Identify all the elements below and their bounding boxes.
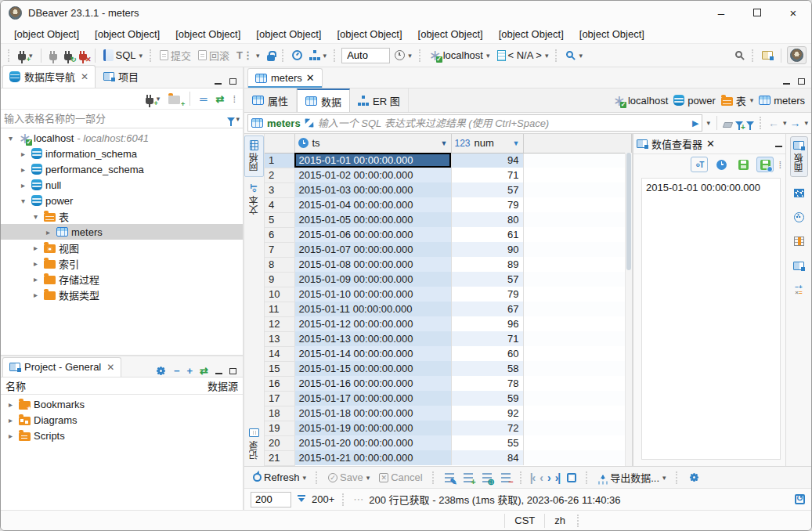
connect-button[interactable] <box>47 49 60 62</box>
tree-item[interactable]: ▾ power <box>1 193 243 208</box>
save-value-as-button[interactable] <box>756 157 774 172</box>
column-header-ts[interactable]: ts ▼ <box>294 134 451 153</box>
tree-chevron-icon[interactable]: ▸ <box>18 181 28 190</box>
num-cell[interactable]: 80 <box>451 212 523 227</box>
commit-button[interactable]: 提交 <box>157 46 193 64</box>
dashboard-button[interactable] <box>290 49 305 62</box>
apply-filter-icon[interactable]: ▶ <box>692 118 698 128</box>
save-value-button[interactable] <box>734 157 752 172</box>
add-filter-icon[interactable] <box>735 121 743 126</box>
transaction-log-button[interactable]: ▾ <box>392 49 414 62</box>
dbeaver-perspective-button[interactable] <box>787 46 807 64</box>
tree-chevron-icon[interactable]: ▾ <box>31 212 41 221</box>
maximize-button[interactable] <box>739 1 775 24</box>
row-number-cell[interactable]: 15 <box>265 361 294 376</box>
project-tree-item[interactable]: ▸ Diagrams <box>1 412 243 428</box>
ts-cell[interactable]: 2015-01-15 00:00:00.000 <box>294 361 451 376</box>
tree-chevron-icon[interactable]: ▸ <box>5 400 16 409</box>
num-cell[interactable]: 57 <box>451 182 523 197</box>
rollback-button[interactable]: 回滚 <box>196 46 232 64</box>
breadcrumb-item[interactable]: localhost ▾ <box>613 95 668 107</box>
ts-cell[interactable]: 2015-01-06 00:00:00.000 <box>294 227 451 242</box>
refresh-button[interactable]: Refresh ▾ <box>251 470 309 485</box>
minimize-panel-icon[interactable] <box>215 373 222 374</box>
tab-record-mode[interactable]: 记录 <box>245 423 263 464</box>
breadcrumb-item[interactable]: meters ▾ <box>759 95 805 107</box>
nav-new-connection-button[interactable]: +▾ <box>143 92 163 106</box>
ts-cell[interactable]: 2015-01-18 00:00:00.000 <box>294 406 451 421</box>
maximize-panel-icon[interactable] <box>229 368 236 374</box>
tree-item[interactable]: ▸ meters <box>1 224 243 240</box>
transaction-mode-button[interactable]: T⋮ ▾ <box>234 48 262 63</box>
first-row-button[interactable]: |‹ <box>530 471 536 484</box>
num-cell[interactable]: 79 <box>451 197 523 212</box>
sort-chevron-icon[interactable]: ▼ <box>441 139 448 147</box>
row-number-cell[interactable]: 13 <box>265 331 294 346</box>
value-viewer-content[interactable]: 2015-01-01 00:00:00.000 <box>641 178 781 460</box>
collapse-icon[interactable]: − <box>174 365 180 377</box>
tab-projects[interactable]: 项目 <box>97 66 145 88</box>
close-icon[interactable]: ✕ <box>106 362 114 373</box>
minimize-panel-icon[interactable] <box>775 146 782 147</box>
num-cell[interactable]: 89 <box>451 257 523 272</box>
row-number-cell[interactable]: 11 <box>265 302 294 316</box>
filter-history-chevron-icon[interactable]: ▾ <box>706 119 710 127</box>
tab-database-navigator[interactable]: 数据库导航 ✕ <box>2 65 96 88</box>
ts-cell[interactable]: 2015-01-02 00:00:00.000 <box>294 168 451 182</box>
menu-item[interactable]: [object Object] <box>411 27 490 42</box>
tab-text-presentation[interactable]: 文本 ‹›T <box>245 180 263 219</box>
ts-cell[interactable]: 2015-01-04 00:00:00.000 <box>294 197 451 212</box>
chevron-down-icon[interactable]: ▾ <box>783 119 787 127</box>
row-number-cell[interactable]: 9 <box>265 272 294 287</box>
breadcrumb-item[interactable]: power ▾ <box>673 95 715 107</box>
link-editor-icon[interactable]: ⇄ <box>200 365 208 377</box>
auto-refresh-icon[interactable] <box>795 494 805 504</box>
tree-chevron-icon[interactable]: ▸ <box>5 432 16 440</box>
menu-item[interactable]: [object Object] <box>572 27 651 42</box>
ts-cell[interactable]: 2015-01-21 00:00:00.000 <box>294 450 451 465</box>
menu-item[interactable]: [object Object] <box>168 27 247 42</box>
forward-arrow-icon[interactable]: → <box>789 117 800 129</box>
num-cell[interactable]: 55 <box>451 435 523 450</box>
duplicate-row-button[interactable]: ⊕ <box>480 471 494 484</box>
eraser-icon[interactable] <box>723 122 734 128</box>
num-cell[interactable]: 71 <box>451 168 523 182</box>
num-cell[interactable]: 72 <box>451 421 523 435</box>
tree-chevron-icon[interactable]: ▸ <box>31 244 41 252</box>
ts-cell[interactable]: 2015-01-11 00:00:00.000 <box>294 302 451 316</box>
tab-properties[interactable]: 属性 <box>244 88 297 112</box>
ts-cell[interactable]: 2015-01-16 00:00:00.000 <box>294 376 451 391</box>
chevron-down-icon[interactable]: ▾ <box>236 115 240 123</box>
tree-chevron-icon[interactable]: ▸ <box>31 275 41 284</box>
vertical-dots-icon[interactable]: ⁞ <box>778 159 781 171</box>
num-cell[interactable]: 67 <box>451 302 523 316</box>
new-connection-button[interactable]: + ▾ <box>16 49 35 62</box>
text-view-button[interactable]: ‹›T <box>691 157 708 172</box>
row-number-cell[interactable]: 6 <box>265 227 294 242</box>
toggle-value-panel-button[interactable] <box>789 257 808 274</box>
gear-icon[interactable] <box>158 368 164 374</box>
sort-chevron-icon[interactable]: ▼ <box>513 139 520 147</box>
row-number-cell[interactable]: 19 <box>265 421 294 435</box>
num-cell[interactable]: 57 <box>451 272 523 287</box>
last-row-button[interactable]: ›| <box>555 471 561 484</box>
tab-er-diagram[interactable]: ER 图 <box>350 88 409 112</box>
tree-chevron-icon[interactable]: ▸ <box>31 259 41 268</box>
sql-filter-input[interactable] <box>318 117 688 129</box>
add-row-button[interactable]: + <box>461 471 475 484</box>
close-icon[interactable]: ✕ <box>706 138 715 150</box>
close-button[interactable]: × <box>775 1 811 24</box>
minimize-panel-icon[interactable] <box>215 83 222 85</box>
ts-cell[interactable]: 2015-01-07 00:00:00.000 <box>294 242 451 257</box>
num-cell[interactable]: 78 <box>451 376 523 391</box>
tree-item[interactable]: ▸ null <box>1 177 243 193</box>
menu-item[interactable]: [object Object] <box>330 27 409 42</box>
fetch-next-icon[interactable] <box>297 494 306 504</box>
grid-vertical-scrollbar[interactable] <box>625 153 632 466</box>
toggle-references-panel-button[interactable] <box>789 233 808 250</box>
tree-item[interactable]: ▸ performance_schema <box>1 161 243 177</box>
num-cell[interactable]: 59 <box>451 391 523 406</box>
row-number-cell[interactable]: 17 <box>265 391 294 406</box>
datetime-view-button[interactable] <box>713 157 730 172</box>
tree-chevron-icon[interactable]: ▸ <box>31 291 41 299</box>
